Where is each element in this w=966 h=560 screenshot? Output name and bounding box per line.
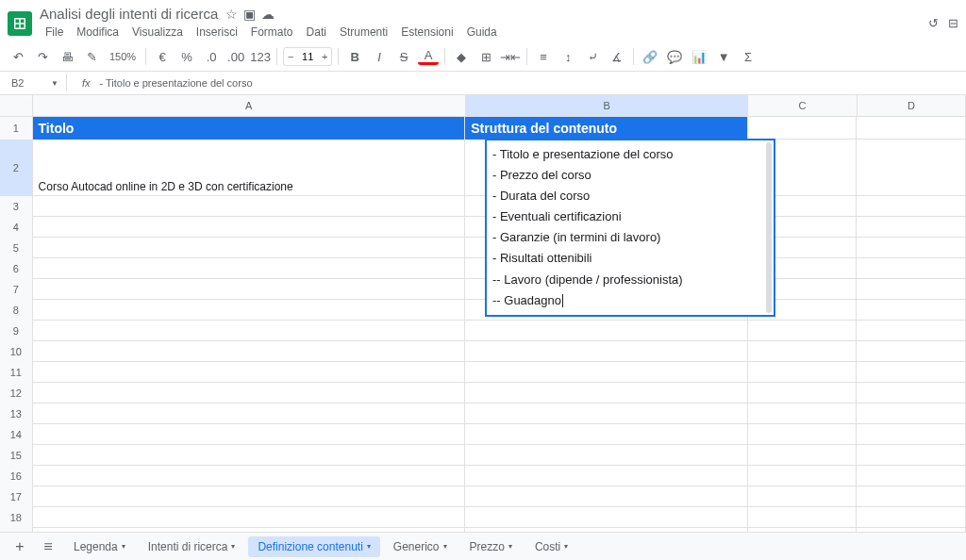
cloud-icon[interactable]: ☁ bbox=[261, 7, 275, 22]
row-header[interactable]: 15 bbox=[0, 445, 33, 466]
cell[interactable] bbox=[465, 404, 748, 424]
row-header[interactable]: 9 bbox=[0, 321, 33, 341]
paint-format-button[interactable]: ✎ bbox=[81, 46, 102, 67]
menu-item[interactable]: Visualizza bbox=[126, 24, 189, 41]
italic-button[interactable]: I bbox=[369, 46, 390, 67]
tab-menu-arrow-icon[interactable]: ▾ bbox=[443, 542, 447, 551]
row-header[interactable]: 4 bbox=[0, 217, 33, 238]
redo-button[interactable]: ↷ bbox=[32, 46, 53, 67]
cell[interactable] bbox=[33, 507, 466, 528]
cell[interactable] bbox=[857, 238, 966, 258]
cell[interactable] bbox=[465, 341, 748, 362]
row-header[interactable]: 2 bbox=[0, 140, 33, 196]
menu-item[interactable]: Formato bbox=[245, 24, 299, 41]
menu-item[interactable]: Guida bbox=[461, 24, 503, 41]
cell[interactable] bbox=[33, 279, 466, 300]
rotate-text-button[interactable]: ∡ bbox=[607, 46, 627, 67]
cell[interactable] bbox=[857, 362, 966, 383]
cell[interactable] bbox=[33, 217, 466, 238]
select-all-corner[interactable] bbox=[0, 95, 33, 116]
cell[interactable] bbox=[465, 507, 748, 528]
move-icon[interactable]: ▣ bbox=[243, 7, 256, 22]
menu-item[interactable]: Modifica bbox=[71, 24, 125, 41]
cell[interactable] bbox=[465, 362, 748, 383]
cell[interactable] bbox=[33, 486, 466, 507]
cell[interactable] bbox=[748, 404, 858, 424]
v-align-button[interactable]: ↕ bbox=[558, 46, 578, 67]
cell[interactable] bbox=[33, 258, 466, 279]
sheets-logo[interactable] bbox=[8, 11, 32, 36]
cell[interactable] bbox=[33, 300, 466, 321]
name-box[interactable]: B2 bbox=[8, 75, 45, 91]
cell[interactable] bbox=[857, 300, 966, 321]
row-header[interactable]: 5 bbox=[0, 238, 33, 258]
decrease-decimals-button[interactable]: .0 bbox=[201, 46, 222, 67]
cell-editor[interactable]: - Titolo e presentazione del corso- Prez… bbox=[485, 139, 775, 317]
cell[interactable] bbox=[857, 196, 966, 217]
cell[interactable] bbox=[33, 466, 466, 486]
cell[interactable]: Titolo bbox=[33, 117, 466, 140]
row-header[interactable]: 1 bbox=[0, 117, 33, 140]
cell[interactable] bbox=[748, 383, 858, 404]
cell[interactable] bbox=[857, 466, 966, 486]
cell[interactable] bbox=[33, 383, 466, 404]
font-size-decrease[interactable]: − bbox=[284, 51, 297, 62]
star-icon[interactable]: ☆ bbox=[225, 7, 238, 22]
sheet-tab[interactable]: Intenti di ricerca▾ bbox=[139, 536, 245, 557]
cell[interactable] bbox=[465, 486, 748, 507]
row-header[interactable]: 17 bbox=[0, 486, 33, 507]
row-header[interactable]: 10 bbox=[0, 341, 33, 362]
column-header[interactable]: C bbox=[748, 95, 857, 116]
functions-button[interactable]: Σ bbox=[738, 46, 758, 67]
zoom-select[interactable]: 150% bbox=[106, 51, 140, 62]
cell[interactable]: Struttura del contenuto bbox=[465, 117, 748, 140]
row-header[interactable]: 12 bbox=[0, 383, 33, 404]
cell[interactable] bbox=[857, 507, 966, 528]
cell[interactable] bbox=[33, 362, 466, 383]
bold-button[interactable]: B bbox=[344, 46, 365, 67]
comment-icon[interactable]: ⊟ bbox=[948, 16, 958, 30]
more-formats-button[interactable]: 123 bbox=[250, 46, 271, 67]
percent-button[interactable]: % bbox=[176, 46, 197, 67]
row-header[interactable]: 14 bbox=[0, 424, 33, 445]
tab-menu-arrow-icon[interactable]: ▾ bbox=[231, 542, 235, 551]
menu-item[interactable]: Estensioni bbox=[395, 24, 458, 41]
cell[interactable] bbox=[748, 445, 858, 466]
cell[interactable] bbox=[465, 445, 748, 466]
link-button[interactable]: 🔗 bbox=[640, 46, 660, 67]
font-size-input[interactable] bbox=[297, 51, 318, 62]
cell[interactable] bbox=[748, 424, 858, 445]
row-header[interactable]: 13 bbox=[0, 404, 33, 424]
cell[interactable] bbox=[465, 383, 748, 404]
add-sheet-button[interactable]: + bbox=[8, 536, 32, 557]
column-header[interactable]: D bbox=[858, 95, 966, 116]
filter-button[interactable]: ▼ bbox=[713, 46, 734, 67]
cell[interactable] bbox=[857, 258, 966, 279]
cell[interactable] bbox=[857, 341, 966, 362]
merge-button[interactable]: ⇥⇤ bbox=[500, 46, 521, 67]
spreadsheet-grid[interactable]: ABCD 1TitoloStruttura del contenuto2Cors… bbox=[0, 95, 966, 557]
cell[interactable] bbox=[857, 140, 966, 196]
cell[interactable] bbox=[33, 196, 466, 217]
font-size-increase[interactable]: + bbox=[318, 51, 331, 62]
cell[interactable] bbox=[748, 486, 858, 507]
row-header[interactable]: 6 bbox=[0, 258, 33, 279]
sheet-tab[interactable]: Legenda▾ bbox=[64, 536, 135, 557]
wrap-button[interactable]: ⤶ bbox=[582, 46, 603, 67]
cell[interactable] bbox=[465, 424, 748, 445]
row-header[interactable]: 11 bbox=[0, 362, 33, 383]
increase-decimals-button[interactable]: .00 bbox=[225, 46, 246, 67]
cell[interactable] bbox=[33, 341, 466, 362]
cell[interactable]: Corso Autocad online in 2D e 3D con cert… bbox=[33, 140, 466, 196]
borders-button[interactable]: ⊞ bbox=[475, 46, 496, 67]
cell[interactable] bbox=[857, 279, 966, 300]
all-sheets-button[interactable]: ≡ bbox=[36, 536, 60, 557]
cell[interactable] bbox=[857, 486, 966, 507]
cell[interactable] bbox=[33, 321, 466, 341]
cell[interactable] bbox=[465, 466, 748, 486]
cell[interactable] bbox=[748, 362, 858, 383]
tab-menu-arrow-icon[interactable]: ▾ bbox=[122, 542, 125, 551]
formula-input[interactable] bbox=[95, 75, 958, 91]
print-button[interactable]: 🖶 bbox=[57, 46, 77, 67]
namebox-arrow-icon[interactable]: ▼ bbox=[51, 79, 58, 88]
